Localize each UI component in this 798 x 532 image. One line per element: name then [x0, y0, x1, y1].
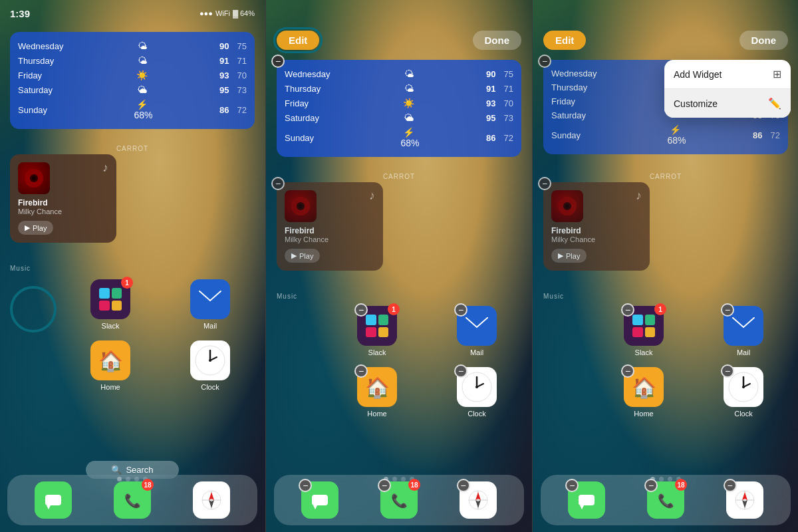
weather-remove-badge-3[interactable]: −	[538, 55, 551, 68]
weather-row-sun-1: Sunday ⚡ 68% 86 72	[18, 97, 247, 122]
music-artist-2: Milky Chance	[285, 235, 375, 243]
edit-button-2[interactable]: Edit	[277, 31, 319, 50]
dock-2: − 📞 18 − −	[274, 475, 524, 525]
done-button-2[interactable]: Done	[473, 31, 522, 50]
dock-safari-2[interactable]: −	[460, 481, 497, 519]
safari-remove-2[interactable]: −	[457, 479, 470, 492]
edit-button-3[interactable]: Edit	[543, 31, 586, 50]
dock-phone-3[interactable]: 📞 18 −	[647, 481, 684, 519]
dock-safari-3[interactable]: −	[726, 481, 763, 519]
wifi-icon-1: WiFi	[215, 9, 230, 17]
weather-widget-1[interactable]: Wednesday 🌤 90 75 Thursday 🌤 91 71 Frida…	[10, 32, 255, 129]
music-remove-badge-2[interactable]: −	[271, 177, 285, 190]
customize-item[interactable]: Customize ✏️	[664, 89, 791, 118]
mail-remove-3[interactable]: −	[721, 303, 734, 317]
app-icon-wrap-slack-1[interactable]: 1 Slack	[66, 279, 155, 330]
play-icon-1: ▶	[25, 223, 30, 232]
customize-label: Customize	[674, 98, 718, 109]
music-play-button-3[interactable]: ▶Play	[551, 249, 587, 263]
add-widget-label: Add Widget	[674, 69, 722, 80]
dock-safari-1[interactable]	[193, 481, 230, 519]
dock-phone-1[interactable]: 📞 18	[114, 481, 151, 519]
home-label-3: Home	[634, 410, 653, 418]
home-remove-3[interactable]: −	[621, 364, 634, 378]
add-widget-icon: ⊞	[773, 68, 781, 80]
clock-icon-3[interactable]: −	[724, 367, 763, 407]
add-widget-item[interactable]: Add Widget ⊞	[664, 60, 791, 89]
app-icon-wrap-slack-2[interactable]: 1 − Slack	[332, 306, 422, 356]
music-play-button-2[interactable]: ▶Play	[285, 249, 320, 263]
music-album-art-3	[551, 190, 583, 222]
weather-remove-badge-2[interactable]: −	[271, 55, 285, 68]
app-icon-wrap-clock-1[interactable]: Clock	[166, 340, 255, 391]
phone-badge-dock-2: 18	[408, 479, 420, 491]
clock-remove-3[interactable]: −	[721, 364, 734, 378]
app-icon-wrap-mail-3[interactable]: − Mail	[699, 306, 788, 356]
app-icon-wrap-clock-3[interactable]: − Clock	[699, 367, 788, 418]
clock-icon-1[interactable]	[190, 340, 230, 380]
music-widget-1[interactable]: ♪ Firebird Milky Chance ▶ Play	[10, 154, 116, 243]
done-button-3[interactable]: Done	[739, 31, 789, 50]
slack-remove-2[interactable]: −	[354, 303, 368, 317]
slack-icon-1[interactable]: 1	[90, 279, 130, 319]
music-remove-badge-3[interactable]: −	[538, 177, 551, 190]
app-icon-wrap-clock-2[interactable]: − Clock	[432, 367, 521, 418]
clock-remove-2[interactable]: −	[454, 364, 467, 378]
circle-widget-1[interactable]	[10, 286, 57, 332]
slack-label-2: Slack	[368, 348, 386, 356]
weather-row-fri-1: Friday ☀️ 93 70	[18, 68, 247, 82]
weather-row-sat-2: Saturday 🌥 9573	[285, 110, 513, 125]
dock-3: − 📞 18 − −	[541, 475, 791, 525]
carrot-label-1: CARROT	[0, 145, 265, 152]
clock-label-3: Clock	[734, 410, 753, 418]
dock-messages-3[interactable]: −	[568, 481, 605, 519]
safari-remove-3[interactable]: −	[724, 479, 737, 492]
weather-widget-2[interactable]: − Wednesday 🌤 9075 Thursday 🌤 9171 Frida…	[277, 60, 521, 157]
app-icon-wrap-slack-3[interactable]: 1 − Slack	[599, 306, 688, 356]
home-icon-3[interactable]: 🏠 −	[624, 367, 664, 407]
slack-icon-2[interactable]: 1 −	[357, 306, 397, 346]
home-remove-2[interactable]: −	[354, 364, 368, 378]
mail-icon-3[interactable]: −	[724, 306, 763, 346]
weather-row-sun-3: Sunday⚡ 68% 8672	[551, 122, 780, 148]
music-widget-3[interactable]: − ♪ Firebird Milky Chance ▶Play	[543, 182, 650, 271]
home-label-2: Home	[367, 410, 386, 418]
app-icon-wrap-home-2[interactable]: 🏠 − Home	[332, 367, 422, 418]
svg-point-40	[558, 197, 577, 215]
add-widget-popup: Add Widget ⊞ Customize ✏️	[664, 60, 791, 118]
slack-icon-3[interactable]: 1 −	[624, 306, 664, 346]
music-note-icon-1: ♪	[102, 161, 108, 175]
mail-icon-1[interactable]	[190, 279, 230, 319]
app-icon-wrap-mail-1[interactable]: Mail	[166, 279, 255, 330]
app-icon-wrap-home-3[interactable]: 🏠 − Home	[599, 367, 688, 418]
svg-point-41	[563, 202, 571, 210]
music-play-button-1[interactable]: ▶ Play	[18, 221, 53, 235]
svg-point-48	[742, 386, 745, 388]
app-icon-wrap-mail-2[interactable]: − Mail	[432, 306, 521, 356]
phone-remove-2[interactable]: −	[378, 479, 391, 492]
battery-icon-1: ▓ 64%	[233, 9, 255, 17]
slack-remove-3[interactable]: −	[621, 303, 634, 317]
dock-phone-2[interactable]: 📞 18 −	[380, 481, 418, 519]
svg-point-2	[32, 176, 36, 180]
phone-remove-3[interactable]: −	[644, 479, 658, 492]
svg-point-20	[291, 197, 310, 215]
slack-badge-2: 1	[388, 303, 400, 315]
weather-row-wed-1: Wednesday 🌤 90 75	[18, 39, 247, 53]
music-note-icon-2: ♪	[369, 189, 375, 203]
home-icon-2[interactable]: 🏠 −	[357, 367, 397, 407]
svg-rect-50	[579, 495, 595, 505]
home-icon-1[interactable]: 🏠	[90, 340, 130, 380]
svg-point-0	[25, 169, 43, 188]
dock-messages-2[interactable]: −	[301, 481, 338, 519]
music-album-art-1	[18, 162, 50, 194]
mail-icon-2[interactable]: −	[457, 306, 497, 346]
music-widget-2[interactable]: − ♪ Firebird Milky Chance ▶Play	[277, 182, 383, 271]
svg-point-21	[297, 202, 305, 210]
mail-label-3: Mail	[737, 348, 750, 356]
mail-remove-2[interactable]: −	[454, 303, 467, 317]
app-icon-wrap-home-1[interactable]: 🏠 Home	[66, 340, 155, 391]
clock-icon-2[interactable]: −	[457, 367, 497, 407]
carrot-label-2: CARROT	[266, 173, 532, 180]
dock-messages-1[interactable]	[35, 481, 72, 519]
